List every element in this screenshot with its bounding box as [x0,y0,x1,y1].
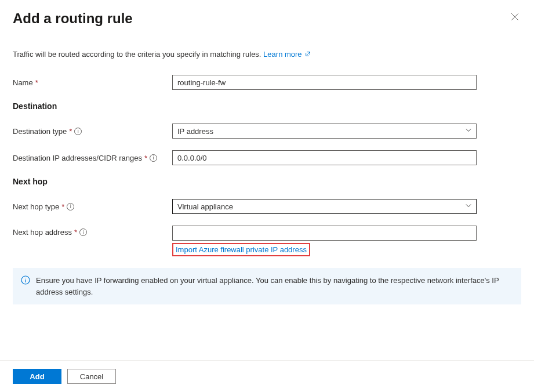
required-asterisk: * [61,202,64,211]
destination-type-label: Destination type * i [13,127,172,136]
intro-text: Traffic will be routed according to the … [13,50,521,59]
name-input[interactable] [172,75,477,90]
row-name: Name * [13,75,521,90]
section-destination: Destination [13,101,521,111]
external-link-icon [304,50,311,59]
required-asterisk: * [35,78,38,87]
row-next-hop-address: Next hop address * i Import Azure firewa… [13,226,521,256]
footer: Add Cancel [0,360,534,392]
destination-ip-label: Destination IP addresses/CIDR ranges * i [13,154,172,162]
destination-ip-input[interactable] [172,150,477,165]
panel-header: Add a routing rule [13,10,521,27]
import-firewall-ip-link[interactable]: Import Azure firewall private IP address [172,243,310,256]
info-icon[interactable]: i [67,203,74,210]
next-hop-address-label: Next hop address * i [13,226,172,237]
next-hop-type-label: Next hop type * i [13,202,172,211]
destination-ip-label-text: Destination IP addresses/CIDR ranges [13,154,142,162]
learn-more-label: Learn more [263,50,301,59]
next-hop-address-input[interactable] [172,226,477,241]
close-icon [511,13,519,23]
required-asterisk: * [74,228,77,237]
next-hop-address-label-text: Next hop address [13,228,72,237]
info-icon[interactable]: i [74,128,82,135]
add-button[interactable]: Add [13,369,61,384]
section-next-hop: Next hop [13,177,521,186]
required-asterisk: * [144,154,147,162]
info-icon[interactable]: i [150,154,157,162]
ip-forwarding-info: Ensure you have IP forwarding enabled on… [13,268,521,304]
info-box-text: Ensure you have IP forwarding enabled on… [36,275,513,297]
learn-more-link[interactable]: Learn more [263,50,311,59]
destination-type-label-text: Destination type [13,127,67,136]
row-next-hop-type: Next hop type * i Virtual appliance [13,199,521,214]
info-circle-icon [21,275,30,297]
intro-body: Traffic will be routed according to the … [13,50,261,59]
required-asterisk: * [69,127,72,136]
row-destination-type: Destination type * i IP address [13,124,521,139]
name-label-text: Name [13,78,33,87]
svg-point-4 [25,278,26,278]
name-label: Name * [13,78,172,87]
next-hop-type-label-text: Next hop type [13,202,59,211]
destination-type-select[interactable]: IP address [172,124,477,139]
next-hop-type-select[interactable]: Virtual appliance [172,199,477,214]
info-icon[interactable]: i [79,228,87,236]
row-destination-ip: Destination IP addresses/CIDR ranges * i [13,150,521,165]
panel-title: Add a routing rule [13,10,133,27]
close-button[interactable] [508,10,521,24]
cancel-button[interactable]: Cancel [67,369,116,384]
